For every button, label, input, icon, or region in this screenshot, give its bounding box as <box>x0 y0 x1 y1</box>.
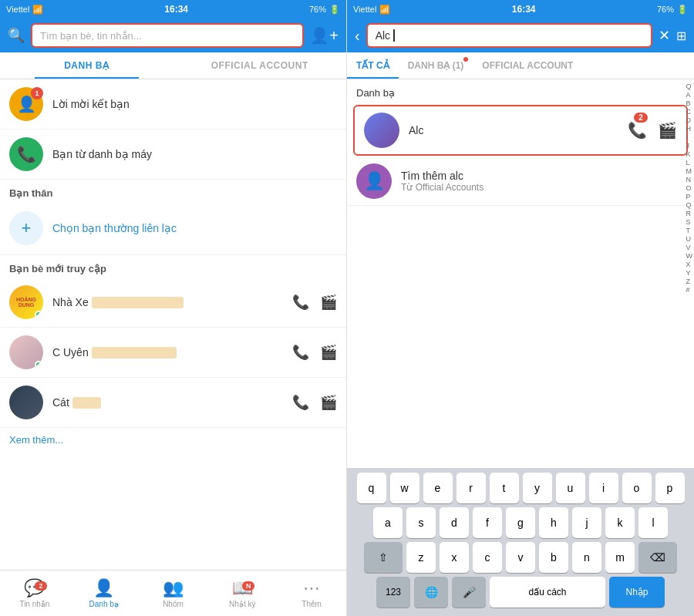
alpha-q[interactable]: Q <box>686 82 693 90</box>
tab-official-account-right[interactable]: OFFICIAL ACCOUNT <box>473 52 582 79</box>
key-c[interactable]: c <box>473 542 502 573</box>
video-icon[interactable]: 🎬 <box>320 294 337 311</box>
search-result-name: Alc <box>409 124 618 136</box>
key-y[interactable]: y <box>523 473 552 503</box>
alpha-u[interactable]: U <box>686 235 693 243</box>
chon-ban-item[interactable]: + Chọn bạn thường liên lạc <box>0 202 346 255</box>
alpha-k[interactable]: K <box>686 150 693 158</box>
key-enter[interactable]: Nhập <box>609 577 665 608</box>
key-h[interactable]: h <box>539 507 568 538</box>
key-a[interactable]: a <box>373 507 403 538</box>
alpha-n[interactable]: N <box>686 176 693 183</box>
left-search-input[interactable]: Tìm bạn bè, tin nhắn... <box>31 23 304 48</box>
alpha-o[interactable]: O <box>686 184 693 192</box>
key-z[interactable]: z <box>406 542 436 573</box>
search-result-alc[interactable]: Alc 2 📞 🎬 <box>353 105 688 156</box>
alpha-s[interactable]: S <box>686 218 693 226</box>
alpha-i[interactable]: I <box>686 133 693 141</box>
nav-tin-nhan[interactable]: 2 💬 Tin nhắn <box>0 578 69 608</box>
key-g[interactable]: g <box>506 507 535 538</box>
call-icon[interactable]: 📞 <box>292 294 309 311</box>
key-w[interactable]: w <box>390 473 419 503</box>
loi-moi-badge: 1 <box>31 87 43 99</box>
cat-avatar <box>9 385 43 419</box>
alpha-c[interactable]: C <box>686 108 693 116</box>
alpha-y[interactable]: Y <box>686 269 693 277</box>
left-search-icon[interactable]: 🔍 <box>8 27 25 44</box>
contact-c-uyen[interactable]: C Uyên ████████████ 📞 🎬 <box>0 328 346 378</box>
video-icon-2[interactable]: 🎬 <box>320 344 337 361</box>
key-l[interactable]: l <box>638 507 668 538</box>
see-more-link[interactable]: Xem thêm... <box>0 428 346 452</box>
key-space[interactable]: dấu cách <box>490 577 605 608</box>
c-uyen-blur: ████████████ <box>92 347 177 358</box>
key-globe[interactable]: 🌐 <box>414 577 448 608</box>
key-e[interactable]: e <box>423 473 453 503</box>
key-p[interactable]: p <box>655 473 685 503</box>
back-button[interactable]: ‹ <box>355 27 360 45</box>
call-icon-3[interactable]: 📞 <box>292 394 309 411</box>
key-t[interactable]: t <box>490 473 519 503</box>
contact-cat[interactable]: Cát ████ 📞 🎬 <box>0 378 346 428</box>
key-backspace[interactable]: ⌫ <box>638 542 677 573</box>
key-s[interactable]: s <box>406 507 436 538</box>
qr-icon[interactable]: ⊞ <box>676 29 686 43</box>
key-x[interactable]: x <box>440 542 469 573</box>
alpha-d[interactable]: D <box>686 116 693 124</box>
key-u[interactable]: u <box>556 473 585 503</box>
alpha-z[interactable]: Z <box>686 278 693 285</box>
key-i[interactable]: i <box>589 473 618 503</box>
key-mic[interactable]: 🎤 <box>452 577 486 608</box>
key-r[interactable]: r <box>456 473 486 503</box>
clear-search-button[interactable]: ✕ <box>659 27 670 44</box>
key-n[interactable]: n <box>572 542 601 573</box>
official-result-sub: Từ Official Accounts <box>401 182 483 193</box>
call-icon-2[interactable]: 📞 <box>292 344 309 361</box>
add-friend-icon[interactable]: 👤+ <box>310 26 339 45</box>
loi-moi-ket-ban-item[interactable]: 👤 1 Lời mời kết bạn <box>0 79 346 130</box>
result-call-icon[interactable]: 📞 <box>628 121 647 140</box>
alpha-x[interactable]: X <box>686 261 693 268</box>
ban-tu-danh-ba-item[interactable]: 📞 Bạn từ danh bạ máy <box>0 130 346 180</box>
c-uyen-actions: 📞 🎬 <box>292 344 337 361</box>
nav-danh-ba[interactable]: 👤 Danh bạ <box>69 578 139 608</box>
key-shift[interactable]: ⇧ <box>364 542 403 573</box>
key-k[interactable]: k <box>605 507 635 538</box>
nav-nhat-ky[interactable]: N 📖 Nhật ký <box>207 578 277 608</box>
official-result-item[interactable]: 👤 Tìm thêm alc Từ Official Accounts <box>347 157 694 206</box>
alpha-a[interactable]: A <box>686 91 693 99</box>
alpha-hash[interactable]: # <box>686 286 693 294</box>
key-m[interactable]: m <box>605 542 635 573</box>
key-q[interactable]: q <box>357 473 386 503</box>
key-o[interactable]: o <box>622 473 652 503</box>
result-video-icon[interactable]: 🎬 <box>658 121 677 140</box>
c-uyen-avatar <box>9 335 43 369</box>
right-search-input[interactable]: Alc <box>366 23 652 48</box>
cat-name: Cát ████ <box>52 396 283 409</box>
alpha-v[interactable]: V <box>686 244 693 251</box>
key-j[interactable]: j <box>572 507 601 538</box>
key-f[interactable]: f <box>473 507 502 538</box>
alpha-t[interactable]: T <box>686 227 693 234</box>
key-d[interactable]: d <box>440 507 469 538</box>
key-b[interactable]: b <box>539 542 568 573</box>
video-icon-3[interactable]: 🎬 <box>320 394 337 411</box>
nav-them[interactable]: ⋯ Thêm <box>277 578 346 608</box>
alpha-q2[interactable]: Q <box>686 201 693 209</box>
key-v[interactable]: v <box>506 542 535 573</box>
nav-nhom[interactable]: 👥 Nhóm <box>139 578 208 608</box>
alpha-r[interactable]: R <box>686 210 693 217</box>
tab-official-account[interactable]: OFFICIAL ACCOUNT <box>174 52 347 79</box>
alpha-w[interactable]: W <box>686 252 693 260</box>
contact-nha-xe[interactable]: HOÀNG DUNG Nhà Xe █████████████ 📞 🎬 <box>0 278 346 328</box>
alpha-b[interactable]: B <box>686 99 693 107</box>
alpha-j[interactable]: J <box>686 142 693 150</box>
alpha-l[interactable]: L <box>686 159 693 167</box>
tab-danh-ba-results[interactable]: DANH BẠ (1) <box>399 52 473 79</box>
alpha-h[interactable]: H <box>686 125 693 133</box>
tab-tat-ca[interactable]: TẤT CẢ <box>347 52 399 79</box>
alpha-p[interactable]: P <box>686 193 693 200</box>
key-123[interactable]: 123 <box>376 577 410 608</box>
tab-danh-ba[interactable]: DANH BẠ <box>0 52 174 79</box>
alpha-m[interactable]: M <box>686 167 693 175</box>
